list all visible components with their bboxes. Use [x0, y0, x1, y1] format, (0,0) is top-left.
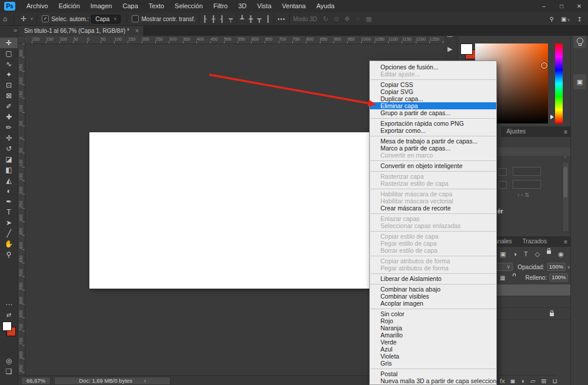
context-menu-item[interactable]: Combinar visibles [370, 293, 496, 300]
filter-shape-layers-icon[interactable]: ◇ [535, 250, 540, 258]
crop-tool[interactable]: ⊡ [0, 80, 18, 91]
menubar-item[interactable]: Ayuda [311, 0, 340, 12]
magic-wand-tool[interactable]: ✦ [0, 69, 18, 80]
panel-tab[interactable]: Ajustes [501, 126, 531, 137]
history-brush-tool[interactable]: ↺ [0, 143, 18, 154]
context-menu-item[interactable]: Naranja [370, 324, 496, 332]
menubar-item[interactable]: Filtro [208, 0, 233, 12]
fill-value[interactable]: 100% [549, 273, 568, 282]
context-menu-item[interactable]: Exportar como... [370, 127, 496, 134]
lasso-tool[interactable]: ∿ [0, 59, 18, 69]
color-picker-cursor[interactable] [541, 62, 547, 69]
context-menu-item[interactable]: Enlazar capas [370, 215, 496, 222]
clone-stamp-tool[interactable]: ✣ [0, 133, 18, 143]
filter-pixel-layers-icon[interactable]: ▣ [500, 250, 506, 258]
context-menu-item[interactable]: Convertir en marco [370, 152, 496, 159]
context-menu-item[interactable]: Duplicar capa... [370, 95, 496, 102]
context-menu-item[interactable]: Rasterizar capa [370, 173, 496, 180]
context-menu-item[interactable]: Copiar atributos de forma [370, 257, 496, 265]
scrollbar-thumb[interactable] [563, 167, 567, 197]
home-icon[interactable]: ⌂ [0, 15, 10, 23]
context-menu-item[interactable]: Amarillo [370, 332, 496, 339]
workspace-icon[interactable]: ▣∨ [561, 16, 570, 22]
context-menu-item[interactable]: Sin color [370, 310, 496, 317]
auto-select-dropdown[interactable]: Capa ∨ [91, 15, 121, 24]
context-menu-item[interactable]: Grupo a partir de capas... [370, 109, 496, 116]
layer-effects-icon[interactable]: fx [500, 377, 505, 385]
chevron-right-icon[interactable]: › [144, 377, 146, 384]
more-options-icon[interactable]: ••• [278, 16, 286, 22]
auto-select-checkbox[interactable]: ✓ [42, 15, 49, 22]
context-menu-item[interactable]: Seleccionar capas enlazadas [370, 222, 496, 229]
context-menu-item[interactable]: Liberar de Aislamiento [370, 275, 496, 282]
distribute-center-icon[interactable]: ╋ [249, 15, 253, 23]
distribute-horizontal-icon[interactable]: ┳ [258, 15, 262, 23]
lock-transparency-icon[interactable]: ▦ [500, 274, 505, 281]
distribute-vertical-icon[interactable]: ┻ [240, 15, 245, 23]
swap-colors-icon[interactable]: ⇄ [0, 310, 18, 320]
chevron-down-icon[interactable]: ∨ [30, 16, 33, 21]
horizontal-ruler[interactable]: 2502001501005005010015020025030035040045… [18, 36, 444, 44]
filter-adjustment-layers-icon[interactable]: ◑ [513, 250, 517, 258]
new-layer-icon[interactable]: ⊞ [541, 377, 546, 385]
menubar-item[interactable]: Selección [169, 0, 208, 12]
context-menu-item[interactable]: Rojo [370, 317, 496, 324]
play-panel-icon[interactable]: ▶ [447, 45, 452, 53]
brush-tool[interactable]: ✏ [0, 122, 18, 133]
eyedropper-tool[interactable]: ✐ [0, 101, 18, 112]
filter-smart-objects-icon[interactable] [547, 250, 551, 254]
menubar-item[interactable]: Capa [117, 0, 143, 12]
menubar-item[interactable]: Edición [54, 0, 85, 12]
frame-tool[interactable]: ⊠ [0, 91, 18, 101]
document-info[interactable]: Doc: 1,69 MB/0 bytes › [54, 377, 171, 385]
add-layer-mask-icon[interactable]: ◙ [511, 377, 515, 385]
close-tab-icon[interactable]: × [135, 28, 139, 34]
share-icon[interactable]: ↥ [577, 16, 582, 22]
context-menu-item[interactable]: Habilitar máscara vectorial [370, 197, 496, 205]
blur-tool[interactable]: ◭ [0, 175, 18, 186]
panel-tab[interactable]: Trazados [517, 236, 552, 247]
pen-tool[interactable]: ✒ [0, 196, 18, 207]
document-tab[interactable]: Sin título-1 al 66,7% (Capa 1, RGB/8#) *… [19, 25, 144, 36]
foreground-color-swatch[interactable] [2, 322, 12, 331]
align-top-icon[interactable]: ┯ [229, 15, 233, 23]
menubar-item[interactable]: Archivo [21, 0, 54, 12]
context-menu-item[interactable]: Acoplar imagen [370, 300, 496, 307]
context-menu-item[interactable]: Editar ajuste... [370, 71, 496, 78]
path-selection-tool[interactable]: ➤ [0, 217, 18, 228]
context-menu-item[interactable]: Exportación rápida como PNG [370, 120, 496, 127]
opacity-value[interactable]: 100% [547, 263, 566, 271]
zoom-level-field[interactable]: 66,67% [21, 377, 51, 385]
document-canvas[interactable] [89, 132, 373, 289]
context-menu-item[interactable]: Violeta [370, 353, 496, 360]
context-menu-item[interactable]: Borrar estilo de capa [370, 247, 496, 254]
context-menu-item[interactable]: Combinar hacia abajo [370, 286, 496, 293]
marquee-tool[interactable]: ▢ [0, 48, 18, 59]
context-menu-item[interactable]: Postal [370, 370, 496, 377]
move-tool-preset-icon[interactable]: ✛ [18, 15, 29, 23]
new-adjustment-layer-icon[interactable]: ◑ [520, 377, 524, 385]
context-menu-item[interactable]: Convertir en objeto inteligente [370, 162, 496, 169]
vertical-ruler[interactable]: 3503002502001501005005010015020025030035… [18, 43, 25, 375]
context-menu-item[interactable]: Habilitar máscara de capa [370, 190, 496, 197]
scrollbar[interactable] [562, 162, 569, 232]
filter-type-layers-icon[interactable]: T [524, 250, 528, 258]
scroll-up-icon[interactable]: ⌃ [563, 156, 567, 161]
edit-toolbar-icon[interactable]: ⋯ [0, 299, 18, 310]
hand-tool[interactable]: ✋ [0, 239, 18, 249]
panel-menu-icon[interactable]: ≡ [564, 129, 570, 135]
context-menu-item[interactable]: Marco a partir de capas... [370, 145, 496, 152]
gradient-tool[interactable]: ◧ [0, 165, 18, 175]
menubar-item[interactable]: Ventana [277, 0, 311, 12]
hue-slider-marker[interactable] [550, 115, 554, 119]
panel-foreground-swatch[interactable] [460, 43, 473, 55]
menubar-item[interactable]: 3D [233, 0, 252, 12]
context-menu-item[interactable]: Nueva malla 3D a partir de capa seleccio… [370, 377, 496, 384]
line-tool[interactable]: ╱ [0, 228, 18, 239]
context-menu-item[interactable]: Pegar estilo de capa [370, 240, 496, 247]
distribute-spacing-icon[interactable]: ┃ [266, 15, 270, 23]
type-tool[interactable]: T [0, 207, 18, 217]
menubar-item[interactable]: Vista [252, 0, 276, 12]
close-button[interactable]: ✕ [570, 0, 588, 12]
maximize-button[interactable]: □ [553, 0, 570, 12]
